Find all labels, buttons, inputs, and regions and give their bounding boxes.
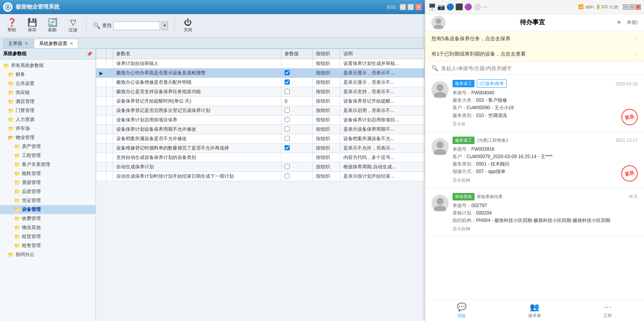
save-button[interactable]: 💾 保存 (25, 18, 39, 33)
sidebar-item-equipment[interactable]: 📁 设备管理 (0, 205, 96, 214)
table-row[interactable]: 设备档案所属设备是否不允许修改按组织设备档案所属设备不允... (96, 134, 425, 144)
refresh-button[interactable]: 🔄 刷新 (45, 18, 60, 33)
param-checkbox[interactable] (285, 145, 290, 150)
tab-settings[interactable]: 系统参数设置 ✕ (34, 39, 78, 48)
param-checkbox[interactable] (285, 89, 290, 94)
table-row[interactable]: 设备保养计划启用按项目保养按组织设备保养计划启用按项目... (96, 115, 425, 125)
bottom-nav: 💬 消息 👥 请求者 ⋯ 工作 (425, 299, 644, 321)
sidebar-item-public[interactable]: 📁 公共设置 (0, 79, 96, 88)
sidebar-item-billing[interactable]: 📁 收费管理 (0, 214, 96, 223)
table-row[interactable]: 自动生成保养计划按组织根据保养周期,自动生成... (96, 162, 425, 172)
search-dropdown[interactable]: ▼ (162, 22, 168, 30)
sidebar-item-rental[interactable]: 📁 租售管理 (0, 241, 96, 250)
sidebar-item-hr[interactable]: 📁 人力资源 (0, 115, 96, 124)
tab-main[interactable]: 主界面 ✕ (3, 39, 33, 48)
notif-item-expiry[interactable]: 有1个已到期或将到期的设备，点击去查看 › (425, 47, 644, 62)
sidebar-item-hotel[interactable]: 📁 酒店管理 (0, 97, 96, 106)
param-checkbox[interactable] (285, 70, 290, 75)
notif-add-button[interactable]: + (614, 18, 624, 27)
app-title: 极致物业管理系统 (16, 4, 386, 11)
work-order-card-1[interactable]: 服务派工 (已接单)抢单 2022-02-15 单据号：FW004040 服务大… (425, 75, 644, 132)
close-button[interactable]: ✕ (415, 4, 422, 10)
notif-search-input[interactable] (441, 65, 638, 71)
sidebar-item-finance[interactable]: 📁 财务 (0, 70, 96, 79)
table-row[interactable]: 保养计划自动审核人按组织设置保养计划生成并审核... (96, 59, 425, 69)
sidebar-item-supply[interactable]: 📁 供应链 (0, 88, 96, 97)
sidebar-item-lease[interactable]: 📁 租赁管理 (0, 232, 96, 241)
tab-main-close[interactable]: ✕ (25, 41, 28, 46)
notif-doc-button[interactable]: 单据) (627, 19, 638, 26)
table-row[interactable]: 设备保养登记开始提醒时间(单位:天)0按组织设备保养登记开始提醒... (96, 97, 425, 106)
help-button[interactable]: ❓ 帮助 (5, 18, 19, 33)
sidebar-item-parking[interactable]: 📁 停车场 (0, 124, 96, 133)
notif-item-maintenance[interactable]: 您有5条设备保养任务，点击去保养 › (425, 31, 644, 47)
notif-search-bar: 🔍 (425, 62, 644, 75)
row-arrow (96, 153, 106, 162)
row-param-value (281, 69, 313, 78)
sidebar-item-crm[interactable]: 📁 客户关系管理 (0, 160, 96, 169)
nav-work[interactable]: ⋯ 工作 (571, 300, 644, 321)
sidebar-item-engineering[interactable]: 📁 工程管理 (0, 151, 96, 160)
worker-avatar-3 (431, 195, 449, 212)
sidebar-item-all[interactable]: 📁 所有系统参数组 (0, 61, 96, 70)
svg-point-6 (437, 141, 444, 148)
notif-header: 待办事宜 + 单据) (425, 14, 644, 31)
param-checkbox[interactable] (285, 164, 290, 169)
sidebar-item-ticket[interactable]: 📁 票据管理 (0, 178, 96, 187)
table-row[interactable]: 自动生成保养计划时按计划开始结束日期生成下一期计划按组织是表示按计划开始结束..… (96, 172, 425, 181)
maximize-button[interactable]: □ (408, 4, 414, 10)
tab-settings-close[interactable]: ✕ (70, 41, 73, 46)
search-area: 🔍 查找 ▼ (93, 22, 168, 30)
row-arrow (96, 115, 106, 125)
row-param-value (281, 125, 313, 134)
param-checkbox[interactable] (285, 117, 290, 122)
table-row[interactable]: 支持自动生成设备保养计划的设备类别按组织内容为代码，多个逗号... (96, 153, 425, 162)
sidebar-pin[interactable]: 📌 (87, 51, 92, 57)
search-input[interactable] (113, 22, 160, 30)
table-row[interactable]: 极致办公设备维修是否显示配件明细按组织是表示显示，否表示不... (96, 78, 425, 87)
params-table: 参数名 参数值 按组织 说明 保养计划自动审核人按组织设置保养计划生成并审核..… (96, 49, 425, 181)
sidebar-item-access[interactable]: 📁 门禁管理 (0, 106, 96, 115)
param-checkbox[interactable] (285, 173, 290, 179)
work-order-card-2[interactable]: 服务派工 (沟通)工程维修3 2021-12-17 单据号：FW003916 客… (425, 132, 644, 188)
row-arrow (96, 134, 106, 144)
rp-minimize[interactable]: ─ (623, 4, 628, 10)
row-select-checkbox (106, 69, 113, 78)
table-row[interactable]: 设备保养计划设备保养周期不允许修改按组织是表示设备保养周期不... (96, 125, 425, 134)
sidebar-item-energy[interactable]: 📁 能耗管理 (0, 169, 96, 178)
wo-badge-status-3: 审核查验结果 (477, 194, 503, 200)
close-button[interactable]: ⏻ 关闭 (181, 18, 195, 33)
rp-close[interactable]: ✕ (635, 4, 641, 10)
wo-badge-type-2: 服务派工 (453, 137, 474, 144)
sidebar-item-quality[interactable]: 📁 品质管理 (0, 187, 96, 196)
row-arrow (96, 144, 106, 153)
svg-point-8 (437, 198, 444, 205)
sidebar-item-property[interactable]: 📂 物业管理 (0, 133, 96, 142)
param-checkbox[interactable] (285, 126, 290, 132)
tab-bar: 主界面 ✕ 系统参数设置 ✕ (0, 38, 425, 49)
col-check (106, 49, 113, 59)
wo-date-1: 2022-02-15 (616, 81, 638, 86)
nav-requests[interactable]: 👥 请求者 (498, 300, 571, 321)
tab-main-label: 主界面 (8, 40, 22, 47)
sidebar-item-realestate[interactable]: 📁 房产管理 (0, 142, 96, 151)
minimize-button[interactable]: ─ (400, 4, 406, 10)
row-arrow (96, 106, 106, 115)
nav-messages[interactable]: 💬 消息 (425, 300, 498, 321)
sidebar-item-collab[interactable]: 📁 协同办公 (0, 250, 96, 259)
work-order-card-3[interactable]: 审核查验 审核查验结果 昨天 单据号：002797 查验计划：000204 组织… (425, 188, 644, 237)
param-checkbox[interactable] (285, 136, 290, 141)
param-checkbox[interactable] (285, 79, 290, 85)
filter-button[interactable]: ▽ 过滤 (66, 18, 80, 33)
row-param-value (281, 87, 313, 97)
param-checkbox[interactable] (285, 108, 290, 113)
table-row[interactable]: 设备保养登记是否启用多次登记完成保养计划按组织是表示启用，否表示不... (96, 106, 425, 115)
rp-maximize[interactable]: □ (629, 4, 635, 10)
table-row[interactable]: ▶极致办公待办界面是否显示设备及巡检预警按组织是表示显示，否表示不... (96, 69, 425, 78)
sidebar-item-other[interactable]: 📁 物业其他 (0, 223, 96, 232)
table-row[interactable]: 设备维修登记时领料单的数量领完了是否不允许再选择按组织是表示不允许，否表示... (96, 144, 425, 153)
wo-card-header-2: 服务派工 (沟通)工程维修3 2021-12-17 (453, 137, 638, 144)
table-row[interactable]: 极致办公是否支持设备保养任务指派功能按组织是表示支持，否表示不... (96, 87, 425, 97)
folder-icon: 📁 (14, 180, 20, 186)
sidebar-item-voucher[interactable]: 📁 凭证管理 (0, 196, 96, 205)
